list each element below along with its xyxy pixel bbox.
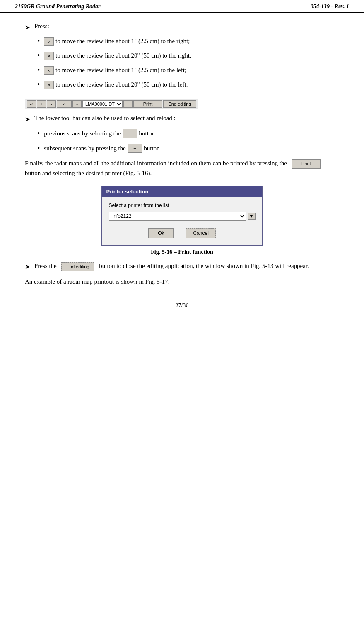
subseq-scans-text: subsequent scans by pressing the bbox=[44, 145, 125, 152]
bullet-dot-3: • bbox=[37, 66, 40, 75]
printer-dialog-screenshot: Printer selection Select a printer from … bbox=[101, 186, 263, 246]
bullet-item-1: • › to move the review line about 1" (2.… bbox=[37, 37, 339, 46]
bullet-2-text: to move the review line about 20" (50 cm… bbox=[55, 52, 191, 59]
lower-toolbar-intro: ➤ The lower tool bar can also be used to… bbox=[25, 115, 339, 123]
printer-btn-row: Ok Cancel bbox=[109, 228, 256, 238]
printer-cancel-btn[interactable]: Cancel bbox=[186, 228, 215, 238]
select-reload-bullets: • previous scans by selecting the - butt… bbox=[37, 129, 339, 153]
print-para-before: Finally, the radar maps and all the addi… bbox=[25, 160, 287, 166]
bullet-dot-4: • bbox=[37, 80, 40, 89]
end-editing-content: Press the End editing button to close th… bbox=[34, 262, 339, 271]
inline-print-btn[interactable]: Print bbox=[292, 159, 321, 169]
press-label: Press: bbox=[34, 23, 49, 30]
inline-plus-btn[interactable]: + bbox=[128, 144, 142, 153]
nav-right-large-btn[interactable]: » bbox=[44, 52, 54, 60]
toolbar-end-editing-btn[interactable]: End editing bbox=[163, 100, 196, 108]
header-title-right: 054-139 - Rev. 1 bbox=[310, 3, 349, 10]
bullet-dot-1: • bbox=[37, 37, 40, 46]
printer-dialog-label: Select a printer from the list bbox=[109, 203, 256, 208]
toolbar-print-btn[interactable]: Print bbox=[133, 100, 162, 108]
bullet-4-text: to move the review line about 20" (50 cm… bbox=[55, 81, 188, 88]
page-footer: 27/36 bbox=[25, 299, 339, 309]
bullet-item-2: • » to move the review line about 20" (5… bbox=[37, 51, 339, 60]
toolbar-file-select[interactable]: LMA00001.DT bbox=[82, 100, 123, 108]
prev-scans-suffix: button bbox=[139, 130, 155, 137]
toolbar-minus-btn[interactable]: - bbox=[72, 100, 82, 108]
toolbar-next-btn[interactable]: › bbox=[47, 100, 56, 108]
bullet-dot-prev: • bbox=[37, 129, 40, 138]
press-intro: ➤ Press: bbox=[25, 23, 339, 31]
print-para-after: button and selecting the desired printer… bbox=[25, 170, 152, 176]
printer-select-row: info2122 ▼ bbox=[109, 212, 256, 221]
prev-scans-text: previous scans by selecting the bbox=[44, 130, 121, 137]
printer-dropdown-arrow-icon[interactable]: ▼ bbox=[248, 213, 256, 220]
arrow-bullet-icon-3: ➤ bbox=[25, 263, 30, 270]
navigation-bullets: • › to move the review line about 1" (2.… bbox=[37, 37, 339, 89]
end-editing-intro: ➤ Press the End editing button to close … bbox=[25, 262, 339, 271]
inline-end-editing-btn[interactable]: End editing bbox=[61, 262, 94, 271]
arrow-bullet-icon-2: ➤ bbox=[25, 116, 30, 123]
subseq-scans-item: • subsequent scans by pressing the + .bu… bbox=[37, 144, 339, 153]
end-editing-para-before: Press the bbox=[34, 263, 57, 269]
page-number: 27/36 bbox=[176, 302, 189, 309]
arrow-bullet-icon: ➤ bbox=[25, 24, 30, 31]
nav-left-small-btn[interactable]: ‹ bbox=[44, 66, 54, 75]
bullet-dot-2: • bbox=[37, 51, 40, 60]
lower-toolbar: ‹‹ ‹ › ›› - LMA00001.DT + Print End edit… bbox=[25, 99, 198, 109]
bullet-item-4: • « to move the review line about 20" (5… bbox=[37, 80, 339, 89]
end-editing-para-after: button to close the editing application,… bbox=[99, 263, 309, 269]
press-section: ➤ Press: • › to move the review line abo… bbox=[25, 23, 339, 89]
printer-select-dropdown[interactable]: info2122 bbox=[109, 212, 246, 221]
print-paragraph: Finally, the radar maps and all the addi… bbox=[25, 159, 339, 178]
inline-minus-btn[interactable]: - bbox=[123, 129, 137, 138]
end-editing-section: ➤ Press the End editing button to close … bbox=[25, 262, 339, 271]
bullet-dot-subseq: • bbox=[37, 144, 40, 153]
bullet-3-text: to move the review line about 1" (2.5 cm… bbox=[55, 67, 186, 74]
page-header: 2150GR Ground Penetrating Radar 054-139 … bbox=[0, 0, 364, 13]
toolbar-prev-btn[interactable]: ‹ bbox=[37, 100, 46, 108]
prev-scans-item: • previous scans by selecting the - butt… bbox=[37, 129, 339, 138]
printer-dialog-body: Select a printer from the list info2122 … bbox=[102, 197, 262, 245]
toolbar-next-next-btn[interactable]: ›› bbox=[57, 100, 72, 108]
bullet-item-3: • ‹ to move the review line about 1" (2.… bbox=[37, 66, 339, 75]
bullet-1-text: to move the review line about 1" (2.5 cm… bbox=[55, 38, 190, 45]
subseq-scans-suffix: .button bbox=[142, 145, 160, 152]
toolbar-prev-prev-btn[interactable]: ‹‹ bbox=[27, 100, 36, 108]
lower-toolbar-text: The lower tool bar can also be used to s… bbox=[34, 115, 176, 122]
printer-ok-btn[interactable]: Ok bbox=[148, 228, 174, 238]
printer-dialog-title: Printer selection bbox=[102, 186, 262, 197]
page-content: ➤ Press: • › to move the review line abo… bbox=[0, 13, 364, 326]
nav-left-large-btn[interactable]: « bbox=[44, 81, 54, 89]
fig-caption: Fig. 5-16 – Print function bbox=[25, 249, 339, 256]
toolbar-plus-btn[interactable]: + bbox=[123, 100, 133, 108]
header-title-left: 2150GR Ground Penetrating Radar bbox=[15, 3, 101, 10]
lower-toolbar-section: ➤ The lower tool bar can also be used to… bbox=[25, 115, 339, 153]
nav-right-small-btn[interactable]: › bbox=[44, 37, 54, 46]
final-paragraph: An example of a radar map printout is sh… bbox=[25, 277, 339, 287]
